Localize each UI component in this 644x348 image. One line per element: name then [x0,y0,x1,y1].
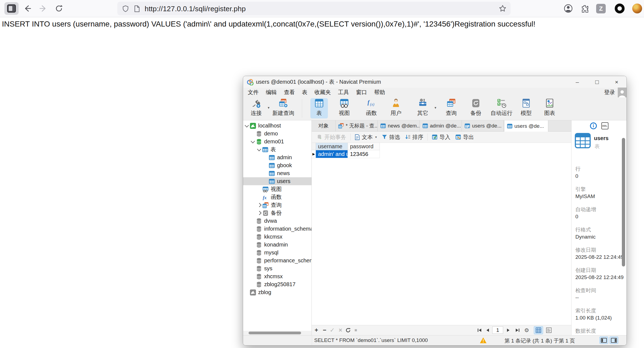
tab-objects[interactable]: 对象 [312,120,336,131]
tree-item-queries[interactable]: 查询 [243,201,311,209]
toolbar-model-button[interactable]: 模型 [515,98,537,118]
tree-item-table-users[interactable]: users [243,177,311,185]
tab-users-data[interactable]: users @de... [504,120,548,132]
forward-button[interactable] [38,3,48,14]
last-record-button[interactable] [514,325,521,335]
delete-record-button[interactable]: − [321,325,328,335]
avatar[interactable] [618,88,626,97]
toolbar-connection-button[interactable]: 连接 [245,98,267,118]
menu-window[interactable]: 窗口 [352,88,371,97]
tree-item-information-schema[interactable]: information_schema [243,225,311,233]
apply-changes-button[interactable]: ✓ [329,325,336,335]
tree-item-table-news[interactable]: news [243,169,311,177]
shield-icon[interactable] [122,5,129,12]
toolbar-user-button[interactable]: 用户 [385,98,407,118]
tree-item-backups[interactable]: 备份 [243,209,311,217]
url-text[interactable]: http://127.0.0.1/sqli/register.php [145,5,246,13]
toolbar-new-query-button[interactable]: 新建查询 [271,98,296,118]
tab-users-design[interactable]: users @de... [462,120,504,131]
tree-item-demo01[interactable]: demo01 [243,138,311,146]
tree-item-konadmin[interactable]: konadmin [243,241,311,249]
toolbar-table-button[interactable]: 表 [310,98,328,118]
tab-news[interactable]: news @dem... [378,120,420,131]
sidebar-toggle-button[interactable] [4,2,19,15]
filter-button[interactable]: 筛选 [379,134,403,141]
login-button[interactable]: 登录 [604,89,615,96]
toggle-right-pane-button[interactable] [610,337,618,344]
menu-table[interactable]: 表 [298,88,311,97]
toolbar-others-button[interactable]: 其它 [412,98,434,118]
cell-password[interactable]: 123456 [348,150,380,158]
tree-item-dvwa[interactable]: dvwa [243,217,311,225]
previous-record-button[interactable] [484,325,492,335]
form-view-button[interactable] [544,326,553,334]
maximize-button[interactable]: □ [587,76,607,88]
extension-z-icon[interactable]: Z [596,4,606,13]
tree-item-kkcmsx[interactable]: kkcmsx [243,233,311,241]
close-button[interactable]: × [607,76,626,88]
page-number-input[interactable]: 1 [492,326,503,334]
tree-item-performance-schema[interactable]: performance_schema [243,257,311,265]
menu-help[interactable]: 帮助 [371,88,389,97]
tree-item-views[interactable]: 视图 [243,185,311,193]
grid-view-button[interactable] [534,326,543,334]
menu-tools[interactable]: 工具 [334,88,352,97]
extension-logo-icon[interactable] [632,4,642,13]
ddl-tab-icon[interactable]: DDL [601,122,608,129]
toolbar-function-button[interactable]: f(x) 函数 [360,98,382,118]
menu-edit[interactable]: 编辑 [262,88,280,97]
tree-item-table-admin[interactable]: admin [243,153,311,161]
import-button[interactable]: 导入 [429,134,453,141]
next-record-button[interactable] [504,325,512,335]
bookmark-star-icon[interactable] [499,5,506,12]
scrollbar-thumb[interactable] [249,332,301,334]
stop-button[interactable]: ■ [352,325,359,335]
tree-item-tables-folder[interactable]: 表 [243,146,311,153]
extension-o-icon[interactable] [615,4,625,13]
tree-item-mysql[interactable]: mysql [243,249,311,257]
column-header-password[interactable]: password [348,143,380,150]
others-dropdown-caret[interactable]: ▾ [435,106,436,110]
begin-transaction-button[interactable]: 开始事务 [314,134,349,141]
tree-item-zblog250817[interactable]: zblog250817 [243,280,311,288]
page-info-icon[interactable] [134,5,140,12]
menu-file[interactable]: 文件 [244,88,262,97]
account-button[interactable] [563,3,573,14]
discard-changes-button[interactable]: × [337,325,344,335]
toolbar-view-button[interactable]: 视图 [333,98,355,118]
refresh-button[interactable] [345,325,352,335]
warning-icon[interactable] [480,337,487,344]
menu-favorites[interactable]: 收藏夹 [311,88,334,97]
tab-untitled-query[interactable]: * 无标题 - 查... [336,120,378,131]
tree-item-locallhost[interactable]: locallhost [243,122,311,130]
toggle-left-pane-button[interactable] [599,337,608,344]
toolbar-query-button[interactable]: 查询 [440,98,462,118]
minimize-button[interactable]: – [567,76,587,88]
sort-button[interactable]: 排序 [403,134,426,141]
tree-item-demo[interactable]: demo [243,130,311,138]
tree-horizontal-scrollbar[interactable] [243,331,311,335]
record-settings-gear-icon[interactable]: ⚙ [523,325,531,335]
toolbar-backup-button[interactable]: 备份 [465,98,487,118]
toolbar-chart-button[interactable]: 图表 [539,98,561,118]
menu-view[interactable]: 查看 [280,88,298,97]
toolbar-automation-button[interactable]: 自动运行 [488,98,515,118]
reload-button[interactable] [54,3,64,14]
tab-admin[interactable]: admin @de... [420,120,462,131]
info-panel-scrollbar[interactable] [622,138,625,266]
cell-username[interactable]: admin' and u [316,150,348,158]
back-button[interactable] [22,3,33,14]
tree-item-sys[interactable]: sys [243,265,311,272]
tree-item-zblog[interactable]: zblog [243,288,311,296]
tree-item-functions[interactable]: fx 函数 [243,193,311,201]
info-tab-icon[interactable] [590,122,597,129]
column-header-username[interactable]: username [316,143,348,150]
connection-dropdown-caret[interactable]: ▾ [268,106,270,110]
text-view-button[interactable]: 文本 ▾ [352,134,379,141]
add-record-button[interactable]: + [313,325,320,335]
export-button[interactable]: 导出 [453,134,476,141]
tree-item-table-gbook[interactable]: gbook [243,161,311,169]
text-dropdown-caret[interactable]: ▾ [375,135,377,139]
url-bar[interactable]: http://127.0.0.1/sqli/register.php [117,2,511,15]
first-record-button[interactable] [476,325,483,335]
